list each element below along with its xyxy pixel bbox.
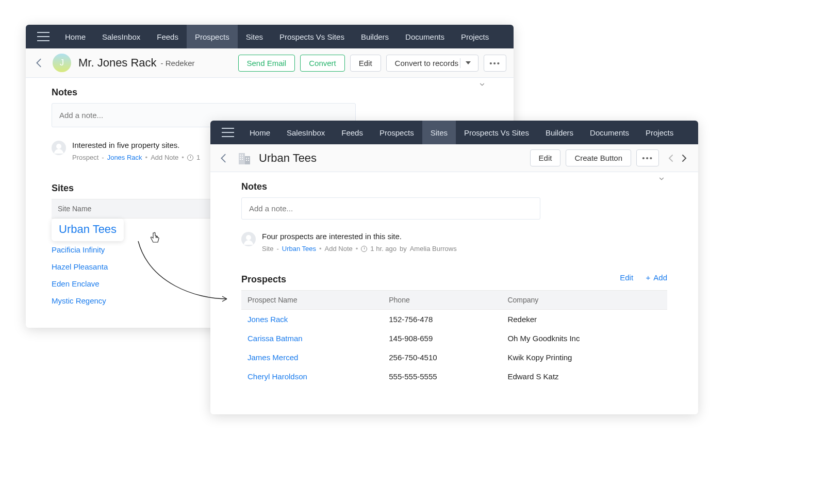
- table-row: Cheryl Haroldson555-555-5555Edward S Kat…: [241, 367, 667, 386]
- plus-icon: +: [646, 273, 651, 282]
- next-record[interactable]: [678, 150, 691, 166]
- record-title: Urban Tees: [259, 152, 317, 165]
- nav-item-prospects-vs-sites[interactable]: Prospects Vs Sites: [271, 25, 353, 48]
- company-cell: Edward S Katz: [501, 367, 667, 386]
- record-pager: [664, 150, 691, 166]
- nav-item-sites[interactable]: Sites: [238, 25, 271, 48]
- prospect-link[interactable]: James Merced: [248, 353, 298, 362]
- hamburger-icon[interactable]: [222, 128, 234, 137]
- convert-button[interactable]: Convert: [300, 55, 345, 72]
- phone-cell: 152-756-478: [383, 310, 501, 329]
- nav-item-sites[interactable]: Sites: [422, 121, 456, 144]
- note-link[interactable]: Urban Tees: [282, 245, 316, 253]
- record-title: Mr. Jones Rack: [78, 56, 157, 70]
- prospects-heading: Prospects: [241, 265, 286, 290]
- nav-item-projects[interactable]: Projects: [453, 25, 497, 48]
- more-actions-button[interactable]: •••: [484, 55, 506, 72]
- table-row: James Merced256-750-4510Kwik Kopy Printi…: [241, 348, 667, 367]
- phone-cell: 145-908-659: [383, 329, 501, 348]
- back-arrow[interactable]: [33, 57, 45, 69]
- svg-rect-4: [240, 157, 241, 158]
- notes-toggle[interactable]: [658, 175, 665, 184]
- site-item[interactable]: Urban Tees: [52, 219, 124, 241]
- topnav: HomeSalesInboxFeedsProspectsSitesProspec…: [210, 121, 698, 144]
- nav-item-prospects[interactable]: Prospects: [187, 25, 238, 48]
- note-entry: Four prospects are interested in this si…: [241, 232, 667, 253]
- prospect-link[interactable]: Jones Rack: [248, 315, 288, 324]
- nav-item-feeds[interactable]: Feeds: [148, 25, 187, 48]
- add-note-link[interactable]: Add Note: [325, 245, 353, 253]
- record-subtitle: - Redeker: [161, 59, 195, 68]
- company-cell: Redeker: [501, 310, 667, 329]
- more-actions-button[interactable]: •••: [636, 149, 659, 166]
- building-icon: [237, 151, 252, 165]
- column-header: Prospect Name: [241, 291, 383, 310]
- prospect-link[interactable]: Cheryl Haroldson: [248, 372, 307, 381]
- nav-item-builders[interactable]: Builders: [537, 121, 582, 144]
- add-note-input[interactable]: [241, 197, 540, 220]
- nav-item-home[interactable]: Home: [57, 25, 94, 48]
- nav-item-feeds[interactable]: Feeds: [333, 121, 371, 144]
- hamburger-icon[interactable]: [37, 32, 50, 41]
- add-note-link[interactable]: Add Note: [151, 154, 178, 161]
- prospect-link[interactable]: Carissa Batman: [248, 334, 303, 343]
- prev-record[interactable]: [664, 150, 678, 166]
- notes-heading: Notes: [52, 78, 488, 103]
- nav-item-documents[interactable]: Documents: [397, 25, 453, 48]
- note-avatar-icon: [241, 232, 256, 246]
- notes-toggle[interactable]: [478, 81, 486, 90]
- svg-rect-7: [242, 159, 243, 160]
- note-link[interactable]: Jones Rack: [107, 154, 142, 161]
- back-arrow[interactable]: [218, 152, 230, 164]
- edit-button[interactable]: Edit: [530, 149, 561, 166]
- svg-rect-6: [240, 159, 241, 160]
- send-email-button[interactable]: Send Email: [238, 55, 295, 72]
- svg-rect-3: [242, 155, 243, 156]
- column-header: Company: [501, 291, 667, 310]
- svg-rect-9: [248, 158, 249, 159]
- body: Notes Four prospects are interested in t…: [210, 172, 698, 396]
- create-button[interactable]: Create Button: [566, 149, 631, 166]
- company-cell: Kwik Kopy Printing: [501, 348, 667, 367]
- dots-icon: •••: [489, 59, 501, 68]
- convert-to-records-button[interactable]: Convert to records: [386, 55, 478, 72]
- cursor-hand-icon: [148, 232, 159, 244]
- nav-item-documents[interactable]: Documents: [582, 121, 637, 144]
- clock-icon: [361, 246, 367, 252]
- svg-rect-5: [242, 157, 243, 158]
- svg-rect-2: [240, 155, 241, 156]
- company-cell: Oh My Goodknits Inc: [501, 329, 667, 348]
- prospects-table: Prospect NamePhoneCompany Jones Rack152-…: [241, 290, 667, 386]
- record-header: Urban Tees Edit Create Button •••: [210, 144, 698, 172]
- topnav: HomeSalesInboxFeedsProspectsSitesProspec…: [26, 25, 514, 48]
- dots-icon: •••: [642, 154, 653, 162]
- phone-cell: 555-555-5555: [383, 367, 501, 386]
- column-header: Phone: [383, 291, 501, 310]
- svg-rect-8: [246, 158, 247, 159]
- phone-cell: 256-750-4510: [383, 348, 501, 367]
- nav-item-projects[interactable]: Projects: [637, 121, 682, 144]
- nav-item-prospects-vs-sites[interactable]: Prospects Vs Sites: [456, 121, 537, 144]
- nav-item-salesinbox[interactable]: SalesInbox: [94, 25, 148, 48]
- note-meta: Site- Urban Tees • Add Note • 1 hr. ago …: [262, 245, 457, 253]
- nav-item-salesinbox[interactable]: SalesInbox: [278, 121, 333, 144]
- nav-item-home[interactable]: Home: [241, 121, 278, 144]
- svg-rect-10: [246, 160, 247, 161]
- svg-rect-11: [248, 160, 249, 161]
- avatar: J: [53, 54, 71, 72]
- nav-item-prospects[interactable]: Prospects: [371, 121, 422, 144]
- record-header: J Mr. Jones Rack - Redeker Send Email Co…: [26, 48, 514, 78]
- table-row: Jones Rack152-756-478Redeker: [241, 310, 667, 329]
- note-avatar-icon: [52, 141, 66, 155]
- prospects-add-link[interactable]: +Add: [646, 273, 667, 282]
- table-row: Carissa Batman145-908-659Oh My Goodknits…: [241, 329, 667, 348]
- note-text: Interested in five property sites.: [72, 141, 200, 149]
- edit-button[interactable]: Edit: [350, 55, 381, 72]
- window-site: HomeSalesInboxFeedsProspectsSitesProspec…: [210, 121, 698, 414]
- prospects-edit-link[interactable]: Edit: [620, 273, 633, 282]
- note-text: Four prospects are interested in this si…: [262, 232, 457, 241]
- clock-icon: [187, 155, 193, 161]
- svg-rect-1: [245, 156, 250, 164]
- nav-item-builders[interactable]: Builders: [353, 25, 397, 48]
- notes-heading: Notes: [241, 172, 667, 197]
